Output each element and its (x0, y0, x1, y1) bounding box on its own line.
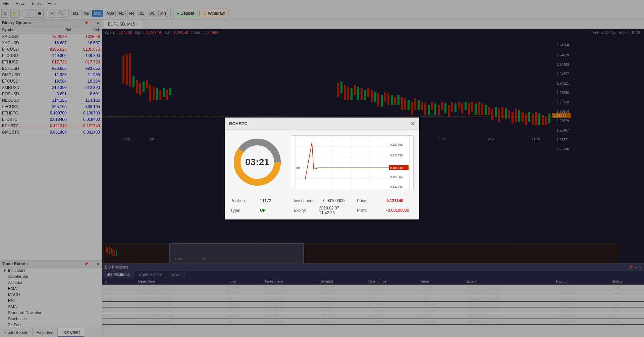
investment-field: Investment: 0.00100000 (294, 198, 351, 203)
svg-text:0.121203: 0.121203 (390, 185, 403, 188)
modal-title: BCHBTC (229, 121, 248, 126)
price-field: Price: 0.121340 (357, 198, 414, 203)
profit-field: Profit: -0.00100000 (357, 206, 414, 215)
modal-overlay: BCHBTC ✕ 03:21 (0, 0, 644, 337)
profit-value: -0.00100000 (386, 208, 409, 213)
svg-text:UP: UP (296, 166, 300, 170)
expiry-label: Expiry: (294, 208, 317, 213)
svg-text:0.121453: 0.121453 (390, 143, 403, 146)
type-label: Type: (230, 208, 257, 213)
type-field: Type: UP (230, 206, 287, 215)
modal-body: 03:21 (225, 130, 419, 194)
modal-header: BCHBTC ✕ (225, 118, 419, 130)
position-field: Position: 11172 (230, 198, 287, 203)
svg-text:0.121390: 0.121390 (390, 154, 403, 157)
modal: BCHBTC ✕ 03:21 (225, 117, 419, 220)
expiry-value: 2018.02.07 11:42:35 (319, 206, 350, 215)
modal-content: 03:21 (230, 135, 414, 189)
position-value: 11172 (260, 198, 271, 203)
modal-price-label: Price: (357, 198, 384, 203)
svg-text:0.121265: 0.121265 (390, 175, 403, 179)
timer-display: 03:21 (245, 157, 269, 167)
investment-value: 0.00100000 (323, 198, 344, 203)
profit-label: Profit: (357, 208, 384, 213)
investment-label: Investment: (294, 198, 321, 203)
modal-footer: Position: 11172 Investment: 0.00100000 P… (225, 194, 419, 219)
modal-price-value: 0.121340 (386, 198, 403, 203)
position-label: Position: (230, 198, 257, 203)
mini-chart: UP 0.121340 0.121453 0.121390 0.121330 0… (291, 135, 414, 189)
expiry-field: Expiry: 2018.02.07 11:42:35 (294, 206, 351, 215)
modal-close-btn[interactable]: ✕ (411, 121, 415, 127)
type-value: UP (260, 208, 266, 213)
svg-text:0.121330: 0.121330 (390, 164, 403, 168)
donut-chart: 03:21 (230, 135, 284, 189)
